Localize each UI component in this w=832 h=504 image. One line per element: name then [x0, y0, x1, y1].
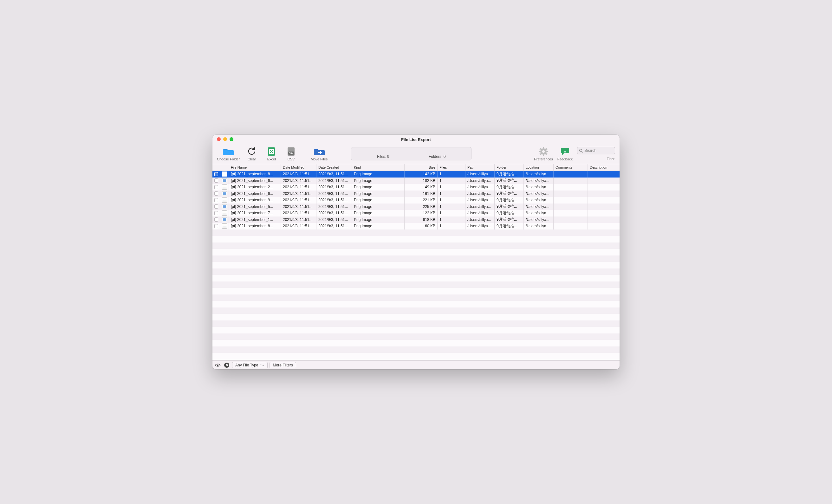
cell-size: 221 KB — [405, 197, 438, 204]
clear-button[interactable]: Clear — [244, 147, 259, 161]
cell-file-name: [pt] 2021_september_1... — [229, 216, 281, 223]
header-path[interactable]: Path — [465, 164, 495, 170]
table-row[interactable]: [pt] 2021_september_9...2021/9/3, 11:51.… — [212, 197, 620, 204]
table-row[interactable]: [pt] 2021_september_6...2021/9/3, 11:51.… — [212, 178, 620, 184]
table-row-empty — [212, 288, 620, 294]
table-row[interactable]: [pt] 2021_september_7...2021/9/3, 11:51.… — [212, 210, 620, 216]
cell-folder: 9月活动推... — [495, 216, 524, 223]
cell-file-name: [pt] 2021_september_8... — [229, 171, 281, 178]
table-row-empty — [212, 320, 620, 327]
table-row[interactable]: [pt] 2021_september_1...2021/9/3, 11:51.… — [212, 216, 620, 223]
minimize-window-button[interactable] — [223, 137, 227, 141]
table-row[interactable]: [pt] 2021_september_8...2021/9/3, 11:51.… — [212, 171, 620, 178]
svg-point-16 — [580, 149, 582, 152]
cell-date-created: 2021/9/3, 11:51... — [316, 190, 352, 197]
table-body[interactable]: [pt] 2021_september_8...2021/9/3, 11:51.… — [212, 171, 620, 361]
cell-date-created: 2021/9/3, 11:51... — [316, 223, 352, 230]
row-checkbox[interactable] — [212, 171, 220, 178]
header-checkbox-col[interactable] — [212, 164, 220, 170]
header-date-modified[interactable]: Date Modified — [281, 164, 316, 170]
file-type-filter[interactable]: Any File Type ⌃⌄ — [232, 362, 268, 368]
cell-files: 1 — [438, 178, 465, 184]
cell-description — [588, 184, 620, 190]
cell-date-modified: 2021/9/3, 11:51... — [281, 190, 316, 197]
table-row[interactable]: [pt] 2021_september_5...2021/9/3, 11:51.… — [212, 204, 620, 210]
file-type-filter-label: Any File Type — [235, 363, 258, 367]
header-location[interactable]: Location — [524, 164, 554, 170]
cell-date-modified: 2021/9/3, 11:51... — [281, 210, 316, 216]
row-checkbox[interactable] — [212, 190, 220, 197]
filter-label[interactable]: Filter — [607, 155, 615, 161]
cell-folder: 9月活动推... — [495, 197, 524, 204]
table-row-empty — [212, 275, 620, 282]
row-checkbox[interactable] — [212, 223, 220, 230]
checkbox-icon — [214, 179, 218, 183]
cell-kind: Png Image — [352, 197, 405, 204]
cell-comments — [554, 171, 588, 178]
cell-date-modified: 2021/9/3, 11:51... — [281, 197, 316, 204]
eye-icon — [215, 364, 221, 367]
quicklook-button[interactable] — [214, 362, 221, 368]
cell-size: 225 KB — [405, 204, 438, 210]
table-row-empty — [212, 314, 620, 320]
cell-file-name: [pt] 2021_september_6... — [229, 190, 281, 197]
titlebar: File List Export — [212, 135, 620, 143]
row-checkbox[interactable] — [212, 216, 220, 223]
file-icon — [222, 210, 227, 216]
file-icon — [222, 204, 227, 209]
table-row[interactable]: [pt] 2021_september_6...2021/9/3, 11:51.… — [212, 190, 620, 197]
table-row-empty — [212, 242, 620, 249]
cell-size: 60 KB — [405, 223, 438, 230]
header-files[interactable]: Files — [438, 164, 465, 170]
row-file-icon-cell — [220, 184, 229, 190]
header-icon-col — [220, 164, 229, 170]
search-input[interactable]: Search — [577, 147, 615, 154]
more-filters-button[interactable]: More Filters — [269, 362, 296, 368]
choose-folder-button[interactable]: Choose Folder — [217, 147, 240, 161]
header-kind[interactable]: Kind — [352, 164, 405, 170]
table-row[interactable]: [pt] 2021_september_8...2021/9/3, 11:51.… — [212, 223, 620, 230]
cell-kind: Png Image — [352, 210, 405, 216]
close-window-button[interactable] — [217, 137, 221, 141]
preferences-label: Preferences — [534, 157, 553, 161]
cell-location: /Users/sillya... — [524, 223, 554, 230]
move-files-button[interactable]: Move Files — [311, 147, 328, 161]
cell-comments — [554, 197, 588, 204]
clear-filter-button[interactable]: ✕ — [223, 362, 230, 368]
header-date-created[interactable]: Date Created — [316, 164, 352, 170]
table-row-empty — [212, 282, 620, 288]
header-file-name[interactable]: File Name — [229, 164, 281, 170]
header-size[interactable]: Size — [405, 164, 438, 170]
excel-button[interactable]: Excel — [264, 147, 279, 161]
file-icon — [222, 178, 227, 183]
row-checkbox[interactable] — [212, 178, 220, 184]
cell-path: /Users/sillya... — [465, 184, 495, 190]
cell-date-created: 2021/9/3, 11:51... — [316, 216, 352, 223]
cell-folder: 9月活动推... — [495, 210, 524, 216]
table-row[interactable]: [pt] 2021_september_2...2021/9/3, 11:51.… — [212, 184, 620, 190]
row-checkbox[interactable] — [212, 204, 220, 210]
row-checkbox[interactable] — [212, 210, 220, 216]
header-folder[interactable]: Folder — [495, 164, 524, 170]
cell-file-name: [pt] 2021_september_9... — [229, 197, 281, 204]
feedback-button[interactable]: ,, Feedback — [557, 147, 573, 161]
zoom-window-button[interactable] — [230, 137, 233, 141]
checkbox-icon — [214, 172, 218, 176]
preferences-button[interactable]: Preferences — [534, 147, 553, 161]
cell-size: 142 KB — [405, 171, 438, 178]
row-file-icon-cell — [220, 216, 229, 223]
csv-icon: CSV — [286, 147, 296, 156]
excel-label: Excel — [267, 157, 276, 161]
file-icon — [222, 184, 227, 190]
row-checkbox[interactable] — [212, 184, 220, 190]
header-comments[interactable]: Comments — [554, 164, 588, 170]
header-description[interactable]: Description — [588, 164, 620, 170]
cell-description — [588, 171, 620, 178]
csv-button[interactable]: CSV CSV — [283, 147, 299, 161]
cell-location: /Users/sillya... — [524, 178, 554, 184]
svg-rect-8 — [543, 154, 544, 156]
row-checkbox[interactable] — [212, 197, 220, 204]
table-row-empty — [212, 249, 620, 256]
clear-label: Clear — [248, 157, 256, 161]
cell-location: /Users/sillya... — [524, 190, 554, 197]
